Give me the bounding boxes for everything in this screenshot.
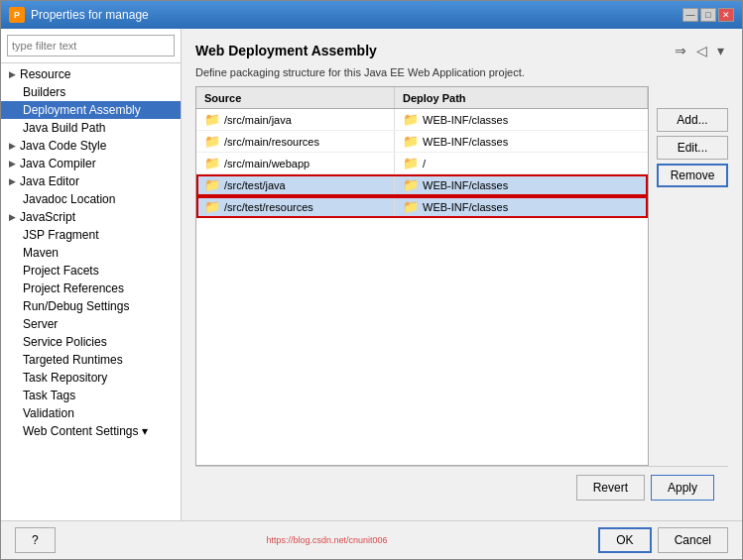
source-cell: 📁 /src/main/webapp xyxy=(196,153,395,173)
source-path: /src/main/java xyxy=(224,114,292,126)
table-header: Source Deploy Path xyxy=(196,87,648,109)
nav-dropdown-button[interactable]: ▾ xyxy=(713,41,728,60)
folder-icon: 📁 xyxy=(204,199,220,214)
sidebar-item-label: Task Repository xyxy=(23,371,107,385)
sidebar-item-label: Resource xyxy=(20,67,70,81)
sidebar-item-javascript[interactable]: ▶ JavaScript xyxy=(1,208,181,226)
sidebar-item-web-content-settings[interactable]: Web Content Settings ▾ xyxy=(1,422,181,440)
sidebar-item-maven[interactable]: Maven xyxy=(1,244,181,262)
sidebar-item-java-code-style[interactable]: ▶ Java Code Style xyxy=(1,137,181,155)
close-button[interactable]: ✕ xyxy=(718,8,734,22)
source-cell: 📁 /src/main/java xyxy=(196,109,395,130)
remove-button[interactable]: Remove xyxy=(657,164,728,187)
sidebar-item-builders[interactable]: Builders xyxy=(1,83,181,101)
sidebar-item-server[interactable]: Server xyxy=(1,315,181,333)
filter-box xyxy=(1,29,181,63)
minimize-button[interactable]: — xyxy=(682,8,698,22)
folder-icon: 📁 xyxy=(204,112,220,127)
sidebar-item-label: Java Code Style xyxy=(20,139,106,153)
sidebar-item-label: Builders xyxy=(23,85,65,99)
sidebar-item-java-build-path[interactable]: Java Build Path xyxy=(1,119,181,137)
sidebar-item-javadoc-location[interactable]: Javadoc Location xyxy=(1,190,181,208)
maximize-button[interactable]: □ xyxy=(700,8,716,22)
sidebar-item-label: Validation xyxy=(23,406,74,420)
table-row[interactable]: 📁 /src/main/java 📁 WEB-INF/classes xyxy=(196,109,648,131)
right-panel: Web Deployment Assembly ⇒ ◁ ▾ Define pac… xyxy=(182,29,742,520)
edit-button[interactable]: Edit... xyxy=(657,136,728,160)
side-buttons: Add... Edit... Remove xyxy=(657,86,728,466)
watermark: https://blog.csdn.net/cnunit006 xyxy=(266,535,387,545)
title-bar: P Properties for manage — □ ✕ xyxy=(1,1,742,29)
sidebar-item-label: Server xyxy=(23,317,58,331)
folder-icon: 📁 xyxy=(403,199,419,214)
deploy-path: WEB-INF/classes xyxy=(423,136,508,148)
filter-input[interactable] xyxy=(7,35,175,56)
sidebar-item-java-compiler[interactable]: ▶ Java Compiler xyxy=(1,155,181,172)
footer-right: OK Cancel xyxy=(598,527,728,553)
source-cell: 📁 /src/test/java xyxy=(196,174,395,195)
nav-forward-button[interactable]: ⇒ xyxy=(671,41,690,60)
source-path: /src/test/resources xyxy=(224,201,313,213)
source-path: /src/main/resources xyxy=(224,136,319,148)
bottom-right-buttons: Revert Apply xyxy=(576,475,714,501)
dialog-window: P Properties for manage — □ ✕ ▶ Resource… xyxy=(0,0,743,560)
help-button[interactable]: ? xyxy=(15,527,56,553)
deploy-cell: 📁 WEB-INF/classes xyxy=(395,196,648,217)
sidebar-item-service-policies[interactable]: Service Policies xyxy=(1,333,181,351)
main-content: ▶ Resource Builders Deployment Assembly … xyxy=(1,29,742,520)
expand-arrow: ▶ xyxy=(9,159,16,168)
sidebar-item-label: JSP Fragment xyxy=(23,228,98,242)
deploy-cell: 📁 WEB-INF/classes xyxy=(395,131,648,152)
footer-bar: ? https://blog.csdn.net/cnunit006 OK Can… xyxy=(1,520,742,559)
sidebar-item-project-facets[interactable]: Project Facets xyxy=(1,262,181,280)
folder-icon: 📁 xyxy=(403,156,419,170)
folder-icon: 📁 xyxy=(204,177,220,192)
table-body: 📁 /src/main/java 📁 WEB-INF/classes 📁 xyxy=(196,109,648,465)
folder-icon: 📁 xyxy=(403,177,419,192)
table-row-selected[interactable]: 📁 /src/test/java 📁 WEB-INF/classes xyxy=(196,174,648,196)
bottom-bar: Revert Apply xyxy=(195,466,728,508)
sidebar-item-resource[interactable]: ▶ Resource xyxy=(1,65,181,83)
title-buttons: — □ ✕ xyxy=(682,8,734,22)
expand-arrow: ▶ xyxy=(9,141,16,151)
sidebar-item-project-references[interactable]: Project References xyxy=(1,280,181,297)
sidebar-item-label: Deployment Assembly xyxy=(23,103,141,117)
ok-button[interactable]: OK xyxy=(598,527,651,553)
sidebar-item-targeted-runtimes[interactable]: Targeted Runtimes xyxy=(1,351,181,369)
sidebar-item-label: Targeted Runtimes xyxy=(23,353,123,367)
expand-arrow: ▶ xyxy=(9,69,16,79)
nav-back-button[interactable]: ◁ xyxy=(692,41,711,60)
dialog-title: Properties for manage xyxy=(31,8,149,22)
deploy-path: WEB-INF/classes xyxy=(423,201,508,213)
table-row-selected[interactable]: 📁 /src/test/resources 📁 WEB-INF/classes xyxy=(196,196,648,218)
sidebar-item-java-editor[interactable]: ▶ Java Editor xyxy=(1,172,181,190)
sidebar-item-run-debug-settings[interactable]: Run/Debug Settings xyxy=(1,297,181,315)
table-row[interactable]: 📁 /src/main/resources 📁 WEB-INF/classes xyxy=(196,131,648,153)
tree-view: ▶ Resource Builders Deployment Assembly … xyxy=(1,63,181,520)
apply-button[interactable]: Apply xyxy=(651,475,714,501)
folder-icon: 📁 xyxy=(204,156,220,170)
sidebar-item-label: Project References xyxy=(23,281,124,295)
left-panel: ▶ Resource Builders Deployment Assembly … xyxy=(1,29,182,520)
panel-header: Web Deployment Assembly ⇒ ◁ ▾ xyxy=(195,41,728,60)
sidebar-item-label: Maven xyxy=(23,246,59,260)
deploy-path: WEB-INF/classes xyxy=(423,114,508,126)
revert-button[interactable]: Revert xyxy=(576,475,645,501)
sidebar-item-label: Javadoc Location xyxy=(23,192,115,206)
sidebar-item-label: Java Build Path xyxy=(23,121,105,135)
sidebar-item-deployment-assembly[interactable]: Deployment Assembly xyxy=(1,101,181,119)
panel-description: Define packaging structure for this Java… xyxy=(195,66,728,78)
col-source-header: Source xyxy=(196,87,395,108)
add-button[interactable]: Add... xyxy=(657,108,728,132)
table-row[interactable]: 📁 /src/main/webapp 📁 / xyxy=(196,153,648,174)
sidebar-item-jsp-fragment[interactable]: JSP Fragment xyxy=(1,226,181,244)
source-path: /src/test/java xyxy=(224,179,286,191)
sidebar-item-validation[interactable]: Validation xyxy=(1,404,181,422)
cancel-button[interactable]: Cancel xyxy=(658,527,728,553)
sidebar-item-label: Service Policies xyxy=(23,335,107,349)
folder-icon: 📁 xyxy=(403,112,419,127)
deployment-table: Source Deploy Path 📁 /src/main/java 📁 WE… xyxy=(195,86,649,466)
sidebar-item-task-repository[interactable]: Task Repository xyxy=(1,369,181,387)
col-deploy-header: Deploy Path xyxy=(395,87,648,108)
sidebar-item-task-tags[interactable]: Task Tags xyxy=(1,387,181,404)
